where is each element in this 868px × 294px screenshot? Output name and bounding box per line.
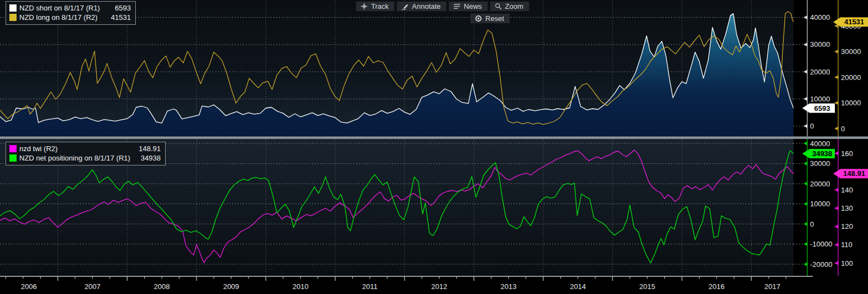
track-button[interactable]: Track (356, 1, 395, 12)
year-label: 2009 (223, 282, 239, 291)
svg-text:30000: 30000 (810, 159, 830, 168)
svg-text:-20000: -20000 (810, 260, 832, 269)
svg-text:30000: 30000 (841, 47, 861, 56)
svg-text:110: 110 (841, 240, 853, 249)
zoom-button-label: Zoom (505, 2, 523, 10)
top-right-axis-gutter[interactable]: 4000030000200001000006593400003000020000… (793, 0, 868, 136)
legend-item-nzd-twi[interactable]: nzd twi (R2) 148.91 (9, 144, 161, 153)
legend-label: NZD short on 8/1/17 (R1) (19, 3, 100, 13)
legend-label: nzd twi (R2) (19, 144, 57, 153)
svg-text:148.91: 148.91 (843, 169, 865, 178)
svg-text:130: 130 (841, 204, 853, 212)
bottom-right-axes[interactable]: 400003000020000100000-10000-200003493816… (793, 139, 868, 276)
chart-application: 4000030000200001000006593400003000020000… (0, 0, 868, 294)
svg-text:-10000: -10000 (810, 240, 832, 248)
svg-text:120: 120 (841, 222, 853, 231)
time-axis[interactable]: 2006200720082009201020112012201320142015… (0, 276, 868, 294)
year-label: 2010 (293, 282, 309, 291)
top-right-axes[interactable]: 4000030000200001000006593400003000020000… (793, 0, 868, 136)
reset-button-label: Reset (485, 14, 504, 23)
top-panel-legend: NZD short on 8/1/17 (R1) 6593 NZD long o… (6, 1, 136, 25)
year-label: 2007 (84, 282, 100, 291)
annotate-button-label: Annotate (412, 2, 441, 10)
legend-label: NZD net positioning on 8/1/17 (R1) (19, 153, 130, 163)
year-label: 2015 (639, 282, 655, 291)
svg-text:20000: 20000 (841, 73, 861, 82)
zoom-button[interactable]: Zoom (490, 1, 530, 12)
track-button-label: Track (371, 2, 389, 10)
chart-toolbar: Track Annotate News Zoom (356, 1, 530, 12)
bottom-panel-legend: nzd twi (R2) 148.91 NZD net positioning … (6, 142, 166, 165)
news-button[interactable]: News (448, 1, 488, 12)
year-label: 2014 (570, 282, 586, 291)
svg-text:40000: 40000 (810, 13, 830, 22)
year-label: 2012 (431, 282, 447, 291)
legend-item-nzd-long[interactable]: NZD long on 8/1/17 (R2) 41531 (9, 13, 131, 22)
series-swatch-yellow (9, 14, 17, 21)
svg-text:20000: 20000 (810, 180, 830, 188)
year-label: 2017 (764, 282, 780, 291)
year-label: 2016 (708, 282, 724, 291)
svg-text:6593: 6593 (814, 104, 830, 113)
zoom-magnifier-icon (495, 3, 502, 10)
year-label: 2008 (154, 282, 170, 291)
series-swatch-magenta (9, 145, 17, 152)
legend-item-net-positioning[interactable]: NZD net positioning on 8/1/17 (R1) 34938 (9, 153, 161, 163)
svg-text:10000: 10000 (810, 95, 830, 103)
reset-target-icon (475, 15, 482, 22)
svg-text:41531: 41531 (844, 18, 864, 26)
svg-text:40000: 40000 (810, 140, 830, 148)
year-label: 2013 (501, 282, 517, 291)
reset-button[interactable]: Reset (470, 13, 510, 24)
legend-value: 148.91 (134, 144, 161, 153)
legend-label: NZD long on 8/1/17 (R2) (19, 13, 98, 22)
svg-text:30000: 30000 (810, 40, 830, 49)
annotate-button[interactable]: Annotate (396, 1, 447, 12)
legend-item-nzd-short[interactable]: NZD short on 8/1/17 (R1) 6593 (9, 3, 131, 13)
bottom-right-axis-gutter[interactable]: 400003000020000100000-10000-200003493816… (793, 139, 868, 276)
year-label: 2006 (21, 282, 37, 291)
legend-value: 34938 (136, 153, 161, 163)
svg-text:160: 160 (841, 149, 853, 158)
svg-text:34938: 34938 (812, 149, 832, 158)
annotate-pencil-icon (401, 3, 409, 10)
svg-text:140: 140 (841, 186, 853, 194)
svg-text:0: 0 (841, 125, 845, 133)
svg-text:100: 100 (841, 259, 853, 268)
news-lines-icon (453, 3, 461, 10)
news-button-label: News (464, 2, 482, 10)
time-axis-ticks: 2006200720082009201020112012201320142015… (0, 276, 868, 294)
svg-text:0: 0 (810, 220, 814, 228)
svg-text:10000: 10000 (810, 200, 830, 208)
legend-value: 6593 (110, 3, 131, 13)
legend-value: 41531 (107, 13, 131, 22)
svg-text:20000: 20000 (810, 68, 830, 76)
series-swatch-green (9, 154, 17, 162)
year-label: 2011 (362, 282, 378, 291)
track-crosshair-icon (361, 3, 368, 10)
series-swatch-white (9, 4, 17, 12)
svg-text:10000: 10000 (841, 99, 861, 107)
svg-text:0: 0 (810, 122, 814, 130)
